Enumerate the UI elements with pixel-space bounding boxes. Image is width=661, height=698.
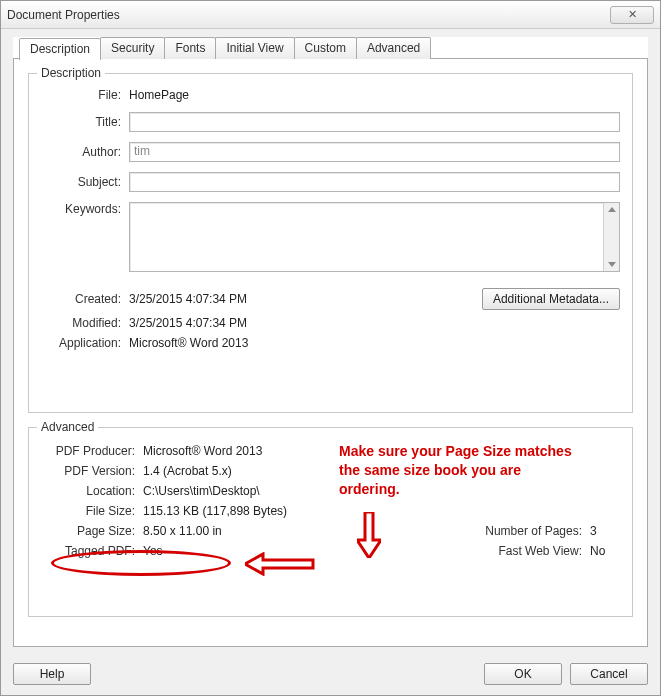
page-size-label: Page Size: (41, 524, 143, 538)
advanced-legend: Advanced (37, 420, 98, 434)
location-label: Location: (41, 484, 143, 498)
help-button[interactable]: Help (13, 663, 91, 685)
keywords-label: Keywords: (41, 202, 129, 216)
ok-button[interactable]: OK (484, 663, 562, 685)
pdf-version-value: 1.4 (Acrobat 5.x) (143, 464, 232, 478)
pdf-producer-value: Microsoft® Word 2013 (143, 444, 262, 458)
tab-page-description: Description File: HomePage Title: Author… (13, 58, 648, 647)
modified-label: Modified: (41, 316, 129, 330)
additional-metadata-button[interactable]: Additional Metadata... (482, 288, 620, 310)
advanced-fieldset: Advanced PDF Producer: Microsoft® Word 2… (28, 427, 633, 617)
author-label: Author: (41, 145, 129, 159)
subject-input[interactable] (129, 172, 620, 192)
file-size-label: File Size: (41, 504, 143, 518)
application-label: Application: (41, 336, 129, 350)
created-label: Created: (41, 292, 129, 306)
tab-initial-view[interactable]: Initial View (215, 37, 294, 59)
number-of-pages-value: 3 (590, 524, 620, 538)
titlebar: Document Properties ✕ (1, 1, 660, 29)
tabstrip: Description Security Fonts Initial View … (19, 37, 648, 59)
application-value: Microsoft® Word 2013 (129, 336, 248, 350)
description-legend: Description (37, 66, 105, 80)
pdf-version-label: PDF Version: (41, 464, 143, 478)
location-value: C:\Users\tim\Desktop\ (143, 484, 260, 498)
file-value: HomePage (129, 88, 189, 102)
document-properties-dialog: Document Properties ✕ Description Securi… (0, 0, 661, 696)
bottom-button-bar: Help OK Cancel (13, 663, 648, 685)
number-of-pages-label: Number of Pages: (470, 524, 590, 538)
tagged-pdf-value: Yes (143, 544, 163, 558)
tab-custom[interactable]: Custom (294, 37, 357, 59)
window-close-button[interactable]: ✕ (610, 6, 654, 24)
modified-value: 3/25/2015 4:07:34 PM (129, 316, 247, 330)
keywords-input[interactable] (129, 202, 620, 272)
created-value: 3/25/2015 4:07:34 PM (129, 292, 247, 306)
description-fieldset: Description File: HomePage Title: Author… (28, 73, 633, 413)
subject-label: Subject: (41, 175, 129, 189)
fast-web-view-value: No (590, 544, 620, 558)
tab-security[interactable]: Security (100, 37, 165, 59)
file-label: File: (41, 88, 129, 102)
close-icon: ✕ (628, 8, 637, 21)
tab-fonts[interactable]: Fonts (164, 37, 216, 59)
tab-advanced[interactable]: Advanced (356, 37, 431, 59)
pdf-producer-label: PDF Producer: (41, 444, 143, 458)
title-label: Title: (41, 115, 129, 129)
window-title: Document Properties (7, 8, 610, 22)
tagged-pdf-label: Tagged PDF: (41, 544, 143, 558)
title-input[interactable] (129, 112, 620, 132)
file-size-value: 115.13 KB (117,898 Bytes) (143, 504, 287, 518)
tab-description[interactable]: Description (19, 38, 101, 60)
author-input[interactable]: tim (129, 142, 620, 162)
page-size-value: 8.50 x 11.00 in (143, 524, 222, 538)
cancel-button[interactable]: Cancel (570, 663, 648, 685)
keywords-scrollbar[interactable] (603, 203, 619, 271)
fast-web-view-label: Fast Web View: (470, 544, 590, 558)
content-area: Description Security Fonts Initial View … (13, 37, 648, 647)
